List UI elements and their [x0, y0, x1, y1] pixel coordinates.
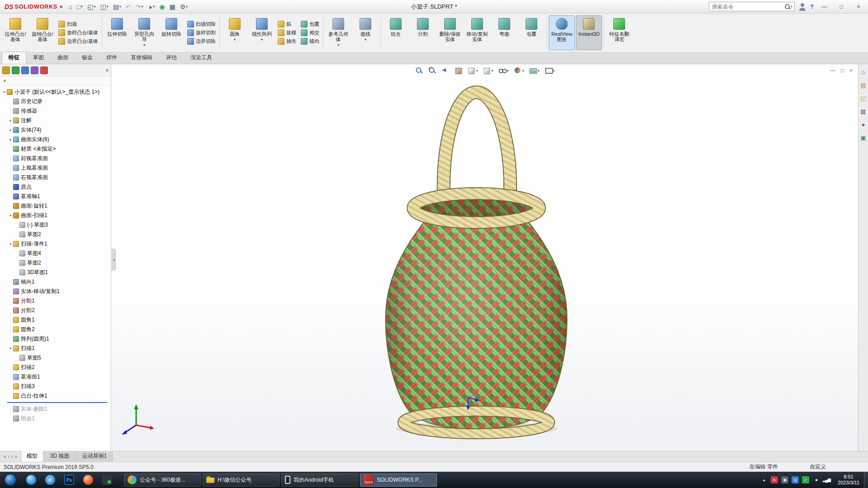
firefox-taskbar-icon-button[interactable] — [79, 472, 98, 488]
ie-taskbar-icon-button[interactable]: e — [41, 472, 60, 488]
file-properties-button[interactable]: ▦ — [167, 1, 177, 12]
intersect-button[interactable]: 相交 — [299, 29, 321, 37]
tree-item[interactable]: 分割2 — [0, 306, 111, 315]
tree-item[interactable]: 曲面-旋转1 — [0, 201, 111, 211]
basket-3d-model[interactable] — [112, 64, 858, 451]
volume-icon[interactable]: ◄ — [812, 476, 820, 483]
redo-button[interactable]: ↷▾ — [134, 1, 145, 12]
tree-item[interactable]: 扫描3 — [0, 382, 111, 391]
apply-scene-button[interactable]: ▾ — [528, 66, 541, 76]
tab-model[interactable]: 模型 — [21, 451, 43, 462]
zoom-area-button[interactable] — [427, 66, 437, 76]
options-button[interactable]: ⚙▾ — [178, 1, 190, 12]
tab-surfaces[interactable]: 曲面 — [51, 52, 75, 64]
revolve-cut-button[interactable]: 旋转切除 — [158, 15, 185, 50]
display-style-button[interactable]: ▾ — [482, 66, 494, 76]
status-customize[interactable]: 自定义 — [810, 463, 826, 471]
new-button[interactable]: □▾ — [75, 1, 85, 12]
expand-arrow-icon[interactable]: ▸ — [8, 137, 13, 142]
doc-close-button[interactable]: × — [849, 67, 853, 74]
home-button[interactable]: ⌂ — [66, 1, 74, 12]
boundary-cut-button[interactable]: 边界切除 — [186, 38, 217, 45]
expand-arrow-icon[interactable]: ▸ — [8, 128, 13, 132]
tab-sheet-metal[interactable]: 钣金 — [75, 52, 100, 64]
tree-item[interactable]: 前视基准面 — [0, 154, 111, 163]
tree-item[interactable]: ▾扫描1 — [0, 344, 111, 353]
propertymanager-icon[interactable] — [12, 66, 19, 74]
realview-button[interactable]: RealView图形 — [549, 15, 575, 50]
resources-home-button[interactable]: ⌂ — [859, 68, 868, 76]
feature-name-macro-button[interactable]: 特征名翻译宏 — [606, 15, 632, 50]
tree-item[interactable]: 实体-删除1 — [0, 404, 111, 414]
wrap-button[interactable]: 包覆 — [299, 20, 321, 28]
expand-arrow-icon[interactable]: ▸ — [8, 118, 13, 123]
section-view-button[interactable] — [453, 66, 463, 76]
tray-q-icon[interactable]: Q — [792, 476, 799, 483]
flyout-expand-icon[interactable]: » — [105, 67, 109, 73]
open-button[interactable]: ◱▾ — [85, 1, 97, 12]
loft-cut-button[interactable]: 放样切割 — [186, 29, 217, 37]
flex-button[interactable]: 弯曲 — [491, 15, 517, 50]
expand-arrow-icon[interactable]: ▾ — [2, 90, 7, 94]
next-tab-nav-button[interactable]: › — [11, 454, 13, 459]
tree-item[interactable]: 实体-移动/复制1 — [0, 287, 111, 296]
save-button[interactable]: ◫▾ — [98, 1, 110, 12]
tree-item[interactable]: 右视基准面 — [0, 173, 111, 182]
tree-item[interactable]: ▾曲面-扫描1 — [0, 211, 111, 220]
photoshop-taskbar-icon-button[interactable]: Ps — [60, 472, 79, 488]
user-account-icon[interactable] — [798, 3, 806, 11]
undo-button[interactable]: ↶ — [124, 1, 133, 12]
android-phone-taskbar-button[interactable]: 我的Android手机 — [281, 474, 358, 487]
app-360-taskbar-icon-button[interactable] — [98, 472, 117, 488]
view-orientation-button[interactable]: ▾ — [466, 66, 479, 76]
hole-wizard-button[interactable]: 异型孔向导▾ — [131, 15, 157, 50]
loft-boss-button[interactable]: 放样凸台/基体 — [57, 29, 100, 37]
fillet-button[interactable]: 圆角▾ — [222, 15, 248, 50]
tree-item[interactable]: (-) 草图3 — [0, 220, 111, 230]
print-button[interactable]: ▤▾ — [111, 1, 123, 12]
expand-arrow-icon[interactable]: ▾ — [8, 213, 13, 218]
shell-button[interactable]: 抽壳 — [276, 38, 298, 45]
revolve-boss-button[interactable]: 旋转凸台/基体 — [29, 15, 56, 50]
help-button[interactable]: ? — [810, 3, 814, 10]
tree-item[interactable]: 草图4 — [0, 249, 111, 258]
tree-item[interactable]: 凸台-拉伸1 — [0, 391, 111, 401]
restore-button[interactable]: □ — [835, 2, 848, 12]
tree-item[interactable]: 传感器 — [0, 106, 111, 116]
solidworks-taskbar-button[interactable]: 2019SOLIDWORKS P... — [360, 474, 437, 487]
reference-geometry-button[interactable]: 参考几何体▾ — [325, 15, 351, 50]
taskbar-clock[interactable]: 8:51 2023/3/11 — [833, 474, 864, 486]
tab-3d-views[interactable]: 3D 视图 — [44, 451, 76, 462]
tray-expand-icon[interactable]: ▴ — [760, 476, 768, 483]
move-copy-body-button[interactable]: 移动/复制实体 — [464, 15, 490, 50]
search-dropdown-arrow-icon[interactable]: ▾ — [791, 5, 792, 9]
network-icon[interactable]: ▂▄▆ — [823, 476, 830, 483]
instant3d-button[interactable]: Instant3D — [576, 15, 602, 50]
mirror-button[interactable]: 镜向 — [299, 38, 321, 45]
wrap-2-button[interactable]: 包覆 — [518, 15, 545, 50]
tree-item[interactable]: 镜向1 — [0, 277, 111, 287]
view-settings-button[interactable]: ▾ — [544, 66, 556, 76]
tree-item[interactable]: ▸曲面实体(6) — [0, 135, 111, 144]
tray-sec-icon[interactable]: ✓ — [802, 476, 809, 483]
tree-item[interactable]: 草图5 — [0, 353, 111, 363]
select-button[interactable]: ▲▾ — [146, 1, 157, 12]
close-button[interactable]: × — [852, 2, 865, 12]
tree-item[interactable]: 历史记录 — [0, 97, 111, 106]
boundary-boss-button[interactable]: 边界凸台/基体 — [57, 38, 100, 45]
rib-button[interactable]: 筋 — [276, 20, 298, 28]
tree-item[interactable]: 分割1 — [0, 296, 111, 306]
featuremanager-tree-icon[interactable] — [2, 66, 10, 74]
tab-motion-study-1[interactable]: 运动算例1 — [76, 451, 113, 462]
hide-show-items-button[interactable]: ▾ — [497, 66, 509, 76]
tab-direct-editing[interactable]: 直接编辑 — [124, 52, 159, 64]
show-desktop-button[interactable] — [864, 472, 868, 488]
tree-item[interactable]: 材质 <未指定> — [0, 144, 111, 154]
first-tab-nav-button[interactable]: « — [4, 454, 6, 459]
tree-item[interactable]: 组合1 — [0, 414, 111, 423]
curves-button[interactable]: 曲线▾ — [352, 15, 379, 50]
design-library-button[interactable]: ▤ — [859, 81, 868, 89]
minimize-button[interactable]: — — [817, 2, 831, 12]
appearances-button[interactable]: ● — [859, 120, 868, 128]
tree-item[interactable]: 基准面1 — [0, 372, 111, 382]
